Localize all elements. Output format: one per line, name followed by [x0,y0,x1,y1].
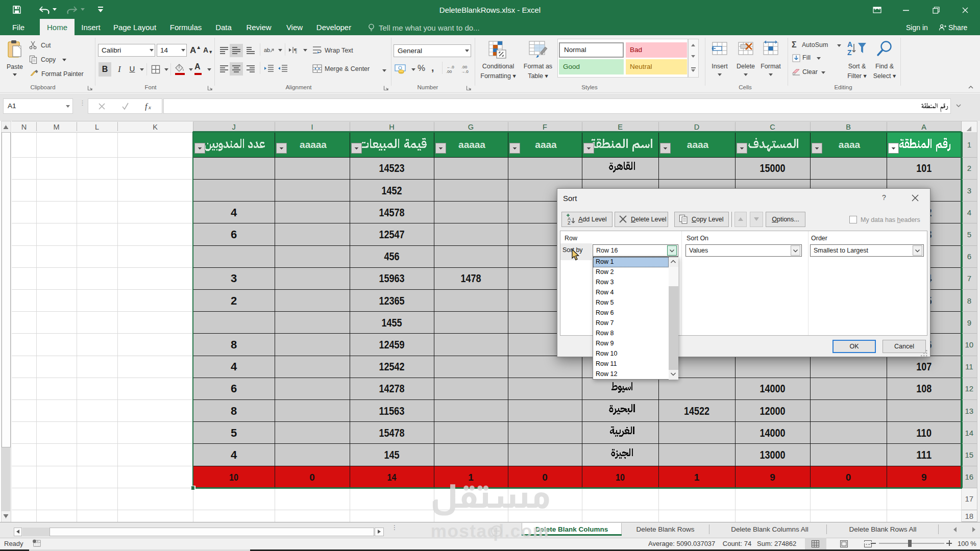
svg-text:9: 9 [921,472,927,483]
svg-text:14000: 14000 [760,427,786,439]
svg-text:0: 0 [846,472,851,483]
svg-text:16: 16 [965,472,973,481]
svg-text:.00: .00 [461,65,468,69]
svg-text:3: 3 [967,186,971,195]
svg-text:12542: 12542 [379,360,405,373]
svg-text:8: 8 [967,296,971,305]
svg-text:2: 2 [967,164,971,172]
svg-text:14578: 14578 [379,206,405,219]
svg-text:0: 0 [309,472,315,483]
svg-text:1: 1 [694,472,700,483]
svg-text:107: 107 [916,360,932,373]
svg-text:12365: 12365 [379,294,405,307]
svg-text:aaaaa: aaaaa [300,139,327,150]
svg-text:5: 5 [231,427,237,439]
svg-text:15963: 15963 [379,272,405,285]
svg-text:6: 6 [231,382,237,395]
svg-text:15: 15 [965,450,973,459]
svg-text:C: C [770,123,775,131]
svg-text:9: 9 [967,318,971,327]
svg-text:L: L [95,123,99,131]
svg-text:6: 6 [231,228,237,241]
svg-text:11563: 11563 [379,405,405,417]
svg-text:.00: .00 [446,69,452,73]
svg-text:I: I [311,123,313,131]
svg-text:N: N [21,123,27,131]
svg-text:F: F [543,123,547,131]
svg-text:Z: Z [847,48,852,57]
svg-text:8: 8 [231,405,237,417]
svg-text:2: 2 [231,294,237,307]
svg-text:A: A [921,123,926,131]
svg-text:A: A [847,40,852,48]
svg-text:1478: 1478 [461,272,481,285]
svg-text:←.0: ←.0 [447,65,454,69]
svg-text:B: B [846,123,851,131]
svg-text:12459: 12459 [379,338,405,351]
svg-text:17: 17 [965,494,973,503]
svg-text:1: 1 [967,140,971,149]
svg-text:E: E [618,123,623,131]
svg-text:12: 12 [965,384,973,393]
svg-text:11: 11 [965,362,973,371]
svg-text:3: 3 [231,272,237,285]
svg-text:7: 7 [967,274,971,283]
svg-text:aaaa: aaaa [535,139,557,150]
svg-text:13: 13 [965,407,973,415]
svg-text:aaaa: aaaa [687,139,709,150]
svg-text:G: G [468,123,474,131]
svg-text:5: 5 [967,230,971,239]
svg-text:1455: 1455 [382,316,402,329]
svg-text:H: H [389,123,394,131]
svg-text:x: x [148,104,151,110]
svg-text:f: f [145,102,149,111]
svg-text:12547: 12547 [379,228,405,241]
svg-text:10: 10 [965,340,973,349]
svg-text:108: 108 [916,382,932,395]
svg-text:12000: 12000 [760,405,786,417]
svg-text:4: 4 [967,208,971,217]
svg-text:110: 110 [916,427,932,439]
svg-text:aaaaa: aaaaa [458,139,485,150]
svg-text:15478: 15478 [379,427,405,439]
svg-text:4: 4 [231,448,237,461]
svg-text:14278: 14278 [379,382,405,395]
svg-text:¶: ¶ [294,46,297,54]
svg-text:aaaa: aaaa [839,139,861,150]
svg-text:111: 111 [916,448,932,461]
svg-text:101: 101 [916,162,932,174]
svg-text:10: 10 [616,472,625,483]
svg-text:15000: 15000 [760,162,786,174]
svg-text:M: M [53,123,59,131]
svg-text:J: J [232,123,235,131]
svg-text:Z: Z [568,220,571,225]
svg-text:8: 8 [231,338,237,351]
svg-text:10: 10 [229,472,238,483]
svg-text:D: D [694,123,699,131]
svg-text:K: K [153,123,158,131]
svg-text:14: 14 [965,429,973,437]
svg-text:456: 456 [384,250,400,263]
svg-text:14522: 14522 [684,405,709,417]
svg-text:14: 14 [387,472,397,483]
svg-text:145: 145 [384,448,400,461]
svg-text:14000: 14000 [760,382,786,395]
svg-text:13000: 13000 [760,448,786,461]
svg-text:ab: ab [264,47,270,53]
svg-text:4: 4 [231,206,237,219]
svg-text:18: 18 [965,512,973,520]
svg-text:6: 6 [967,252,971,261]
svg-text:4: 4 [231,360,237,373]
svg-text:14523: 14523 [379,162,405,174]
svg-text:1452: 1452 [382,184,402,197]
svg-text:9: 9 [770,472,775,483]
